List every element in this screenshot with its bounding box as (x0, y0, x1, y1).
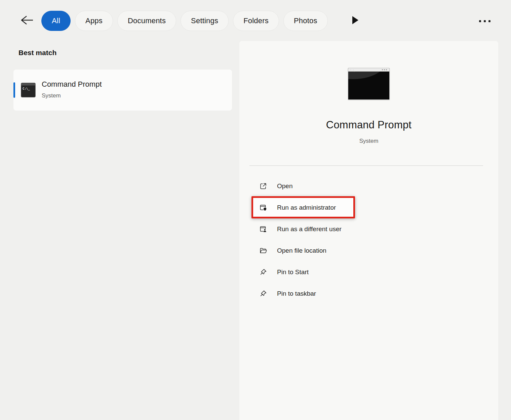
result-title: Command Prompt (42, 79, 102, 89)
action-list: Open Run as administrator (239, 175, 498, 304)
tab-settings[interactable]: Settings (181, 11, 229, 31)
result-text: Command Prompt System (42, 79, 102, 99)
result-subtitle: System (42, 92, 102, 99)
action-open[interactable]: Open (239, 175, 498, 197)
command-prompt-icon: C:\_ (21, 83, 36, 97)
back-button[interactable] (19, 15, 35, 27)
expand-triangle-icon (351, 15, 359, 26)
preview-subtitle: System (239, 138, 498, 144)
tab-photos[interactable]: Photos (283, 11, 328, 31)
folder-icon (259, 246, 268, 255)
tab-folders[interactable]: Folders (233, 11, 279, 31)
back-arrow-icon (20, 15, 34, 27)
run-as-user-icon (259, 225, 268, 234)
action-run-as-administrator[interactable]: Run as administrator (239, 197, 498, 218)
preview-title: Command Prompt (239, 119, 498, 131)
run-as-admin-icon (259, 203, 268, 212)
action-label: Pin to taskbar (277, 290, 316, 297)
action-label: Pin to Start (277, 268, 309, 276)
search-filter-tabs: All Apps Documents Settings Folders Phot… (41, 11, 361, 31)
overflow-menu-button[interactable] (477, 17, 493, 26)
tab-documents[interactable]: Documents (117, 11, 176, 31)
ellipsis-icon (479, 20, 481, 22)
command-prompt-icon-large: C:\ (348, 68, 390, 100)
action-label: Open (277, 182, 292, 190)
best-match-heading: Best match (18, 49, 56, 57)
action-label: Open file location (277, 247, 326, 254)
tab-apps[interactable]: Apps (75, 11, 113, 31)
divider (249, 165, 483, 166)
action-label: Run as administrator (277, 204, 336, 211)
action-pin-to-start[interactable]: Pin to Start (239, 261, 498, 283)
preview-panel: C:\ Command Prompt System Open (239, 41, 498, 420)
pin-icon (259, 289, 268, 298)
open-external-icon (259, 182, 268, 191)
action-label: Run as a different user (277, 225, 342, 233)
best-match-result[interactable]: C:\_ Command Prompt System (13, 70, 232, 111)
tab-all[interactable]: All (41, 11, 71, 31)
action-open-file-location[interactable]: Open file location (239, 240, 498, 261)
action-run-as-different-user[interactable]: Run as a different user (239, 218, 498, 240)
pin-icon (259, 268, 268, 277)
action-pin-to-taskbar[interactable]: Pin to taskbar (239, 283, 498, 304)
ellipsis-icon (484, 20, 486, 22)
ellipsis-icon (488, 20, 490, 22)
more-filters-button[interactable] (351, 15, 361, 27)
selection-accent-bar (13, 82, 15, 98)
